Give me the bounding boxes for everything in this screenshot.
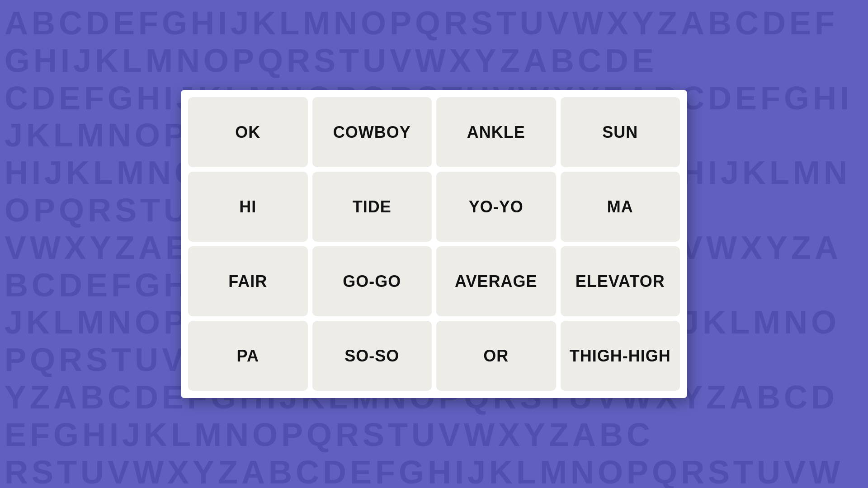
cell-gogo[interactable]: GO-GO: [312, 246, 432, 316]
cell-cowboy[interactable]: COWBOY: [312, 97, 432, 167]
cell-hi-label: HI: [239, 197, 256, 216]
cell-cowboy-label: COWBOY: [333, 123, 411, 142]
cell-pa-label: PA: [237, 347, 259, 366]
cell-elevator[interactable]: ELEVATOR: [561, 246, 680, 316]
cell-soso-label: SO-SO: [344, 347, 399, 366]
cell-elevator-label: ELEVATOR: [576, 272, 665, 291]
cell-ankle-label: ANKLE: [467, 123, 525, 142]
card-container: OKCOWBOYANKLESUNHITIDEYO-YOMAFAIRGO-GOAV…: [181, 90, 687, 398]
cell-fair-label: FAIR: [228, 272, 267, 291]
cell-tide[interactable]: TIDE: [312, 172, 432, 242]
cell-thighhigh[interactable]: THIGH-HIGH: [561, 321, 680, 391]
cell-yoyo-label: YO-YO: [469, 197, 524, 216]
cell-ma-label: MA: [607, 197, 633, 216]
cell-ma[interactable]: MA: [561, 172, 680, 242]
cell-soso[interactable]: SO-SO: [312, 321, 432, 391]
cell-average[interactable]: AVERAGE: [436, 246, 556, 316]
cell-or-label: OR: [483, 347, 509, 366]
cell-tide-label: TIDE: [353, 197, 392, 216]
cell-average-label: AVERAGE: [455, 272, 537, 291]
cell-or[interactable]: OR: [436, 321, 556, 391]
cell-yoyo[interactable]: YO-YO: [436, 172, 556, 242]
cell-gogo-label: GO-GO: [343, 272, 401, 291]
cell-pa[interactable]: PA: [188, 321, 308, 391]
cell-sun-label: SUN: [602, 123, 638, 142]
cell-hi[interactable]: HI: [188, 172, 308, 242]
cell-ankle[interactable]: ANKLE: [436, 97, 556, 167]
cell-fair[interactable]: FAIR: [188, 246, 308, 316]
cell-sun[interactable]: SUN: [561, 97, 680, 167]
cell-ok-label: OK: [235, 123, 260, 142]
cell-thighhigh-label: THIGH-HIGH: [570, 347, 671, 366]
cell-ok[interactable]: OK: [188, 97, 308, 167]
word-grid: OKCOWBOYANKLESUNHITIDEYO-YOMAFAIRGO-GOAV…: [188, 97, 680, 391]
